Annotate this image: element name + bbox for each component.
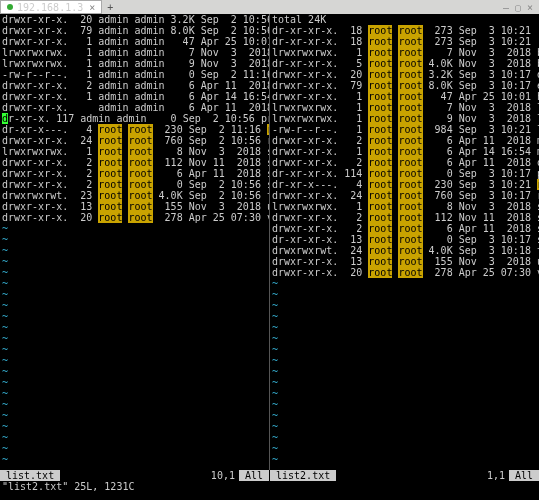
file-row: dr-xr-x. 117 admin admin 0 Sep 2 10:56 p… (2, 113, 267, 124)
file-row: drwxr-xr-x. 13 root root 155 Nov 3 2018 … (2, 201, 267, 212)
left-pane[interactable]: drwxr-xr-x. 20 admin admin 3.2K Sep 2 10… (0, 14, 269, 470)
file-row: drwxr-xr-x. 2 admin admin 6 Apr 11 2018 … (2, 80, 267, 91)
file-row: total 24K (272, 14, 537, 25)
file-row: drwxr-xr-x. 2 root root 112 Nov 11 2018 … (2, 157, 267, 168)
file-row: drwxrwxrwt. 23 root root 4.0K Sep 2 10:5… (2, 190, 267, 201)
close-icon[interactable]: × (89, 2, 95, 13)
tilde-line: ~ (2, 278, 267, 289)
file-row: dr-xr-x---. 4 root root 230 Sep 3 10:21 … (272, 179, 537, 190)
file-row: drwxr-xr-x. 20 root root 278 Apr 25 07:3… (272, 267, 537, 278)
tilde-line: ~ (272, 333, 537, 344)
tilde-line: ~ (2, 245, 267, 256)
file-row: dr-xr-x---. 4 root root 230 Sep 2 11:16 … (2, 124, 267, 135)
tilde-line: ~ (2, 388, 267, 399)
status-pct-right: All (509, 470, 539, 481)
tilde-line: ~ (2, 443, 267, 454)
status-pos-right: 1,1 (483, 470, 509, 481)
file-row: dr-xr-xr-x. 114 root root 0 Sep 3 10:17 … (272, 168, 537, 179)
tilde-line: ~ (2, 256, 267, 267)
tilde-line: ~ (272, 344, 537, 355)
tilde-line: ~ (2, 223, 267, 234)
tilde-line: ~ (2, 454, 267, 465)
file-row: drwxr-xr-x. 1 root root 47 Apr 25 10:01 … (272, 91, 537, 102)
file-row: lrwxrwxrwx. 1 root root 8 Nov 3 2018 sbi… (272, 201, 537, 212)
tab-title: 192.168.1.3 (17, 2, 83, 13)
tilde-line: ~ (2, 366, 267, 377)
file-row: drwxr-xr-x. 79 admin admin 8.0K Sep 2 10… (2, 25, 267, 36)
file-row: -rw-r--r--. 1 admin admin 0 Sep 2 11:16 … (2, 69, 267, 80)
file-row: drwxr-xr-x. 2 root root 6 Apr 11 2018 sr… (272, 223, 537, 234)
tilde-line: ~ (272, 311, 537, 322)
tilde-line: ~ (2, 311, 267, 322)
tilde-line: ~ (272, 377, 537, 388)
file-row: lrwxrwxrwx. 1 root root 9 Nov 3 2018 lib… (272, 113, 537, 124)
file-row: drwxr-xr-x. admin admin 6 Apr 11 2018 op… (2, 102, 267, 113)
new-tab-button[interactable]: + (104, 1, 116, 13)
file-row: drwxr-xr-x. 1 root root 6 Apr 14 16:54 m… (272, 146, 537, 157)
file-row: drwxr-xr-x. 2 root root 0 Sep 2 10:56 sy… (2, 179, 267, 190)
file-row: drwxrwxrwt. 24 root root 4.0K Sep 3 10:1… (272, 245, 537, 256)
window-controls: – ▢ × (503, 2, 539, 13)
file-row: dr-xr-xr-x. 13 root root 0 Sep 3 10:17 s… (272, 234, 537, 245)
minimize-icon[interactable]: – (503, 2, 509, 13)
tilde-line: ~ (272, 421, 537, 432)
tilde-line: ~ (2, 333, 267, 344)
file-row: drwxr-xr-x. 2 root root 112 Nov 11 2018 … (272, 212, 537, 223)
file-row: drwxr-xr-x. 1 admin admin 6 Apr 14 16:54… (2, 91, 267, 102)
file-row: drwxr-xr-x. 20 admin admin 3.2K Sep 2 10… (2, 14, 267, 25)
tilde-line: ~ (2, 289, 267, 300)
file-row: lrwxrwxrwx. 1 root root 8 Nov 3 2018 sbi… (2, 146, 267, 157)
tilde-line: ~ (2, 300, 267, 311)
window-close-icon[interactable]: × (527, 2, 533, 13)
file-row: dr-xr-xr-x. 5 root root 4.0K Nov 3 2018 … (272, 58, 537, 69)
file-row: drwxr-xr-x. 24 root root 760 Sep 3 10:17… (272, 190, 537, 201)
status-pos-left: 10,1 (207, 470, 239, 481)
tilde-line: ~ (2, 421, 267, 432)
tilde-line: ~ (272, 410, 537, 421)
file-row: drwxr-xr-x. 2 root root 6 Apr 11 2018 me… (272, 135, 537, 146)
file-row: lrwxrwxrwx. 1 admin admin 9 Nov 3 2018 l… (2, 58, 267, 69)
terminal-tab[interactable]: 192.168.1.3 × (0, 0, 102, 14)
right-pane[interactable]: total 24Kdr-xr-xr-x. 18 root root 273 Se… (270, 14, 539, 470)
status-filename-right: list2.txt (270, 470, 336, 481)
file-row: dr-xr-xr-x. 18 root root 273 Sep 3 10:21… (272, 36, 537, 47)
status-pct-left: All (239, 470, 269, 481)
tilde-line: ~ (272, 300, 537, 311)
file-row: lrwxrwxrwx. 1 root root 7 Nov 3 2018 bin… (272, 47, 537, 58)
file-row: drwxr-xr-x. 20 root root 3.2K Sep 3 10:1… (272, 69, 537, 80)
tab-status-icon (7, 4, 13, 10)
tab-bar: 192.168.1.3 × + – ▢ × (0, 0, 539, 14)
tilde-line: ~ (2, 267, 267, 278)
file-row: drwxr-xr-x. 79 root root 8.0K Sep 3 10:1… (272, 80, 537, 91)
status-filename-left: list.txt (0, 470, 60, 481)
file-row: drwxr-xr-x. 20 root root 278 Apr 25 07:3… (2, 212, 267, 223)
tilde-line: ~ (2, 410, 267, 421)
file-row: lrwxrwxrwx. 1 admin admin 7 Nov 3 2018 l… (2, 47, 267, 58)
file-row: lrwxrwxrwx. 1 root root 7 Nov 3 2018 lib… (272, 102, 537, 113)
tilde-line: ~ (2, 399, 267, 410)
tilde-line: ~ (272, 388, 537, 399)
tilde-line: ~ (2, 355, 267, 366)
tilde-line: ~ (2, 344, 267, 355)
file-row: drwxr-xr-x. 1 admin admin 47 Apr 25 10:0… (2, 36, 267, 47)
command-line: "list2.txt" 25L, 1231C (0, 481, 539, 493)
file-row: drwxr-xr-x. 2 root root 6 Apr 11 2018 sr… (2, 168, 267, 179)
maximize-icon[interactable]: ▢ (515, 2, 521, 13)
tilde-line: ~ (2, 322, 267, 333)
tilde-line: ~ (272, 278, 537, 289)
tilde-line: ~ (272, 289, 537, 300)
file-row: drwxr-xr-x. 13 root root 155 Nov 3 2018 … (272, 256, 537, 267)
tilde-line: ~ (272, 432, 537, 443)
status-bar: list.txt 10,1 All list2.txt 1,1 All (0, 470, 539, 481)
tilde-line: ~ (272, 355, 537, 366)
terminal-area[interactable]: drwxr-xr-x. 20 admin admin 3.2K Sep 2 10… (0, 14, 539, 470)
file-row: -rw-r--r--. 1 root root 984 Sep 3 10:21 … (272, 124, 537, 135)
tilde-line: ~ (2, 377, 267, 388)
tilde-line: ~ (272, 443, 537, 454)
file-row: drwxr-xr-x. 24 root root 760 Sep 2 10:56… (2, 135, 267, 146)
tilde-line: ~ (2, 234, 267, 245)
file-row: dr-xr-xr-x. 18 root root 273 Sep 3 10:21… (272, 25, 537, 36)
tilde-line: ~ (272, 322, 537, 333)
tilde-line: ~ (272, 454, 537, 465)
tilde-line: ~ (272, 399, 537, 410)
